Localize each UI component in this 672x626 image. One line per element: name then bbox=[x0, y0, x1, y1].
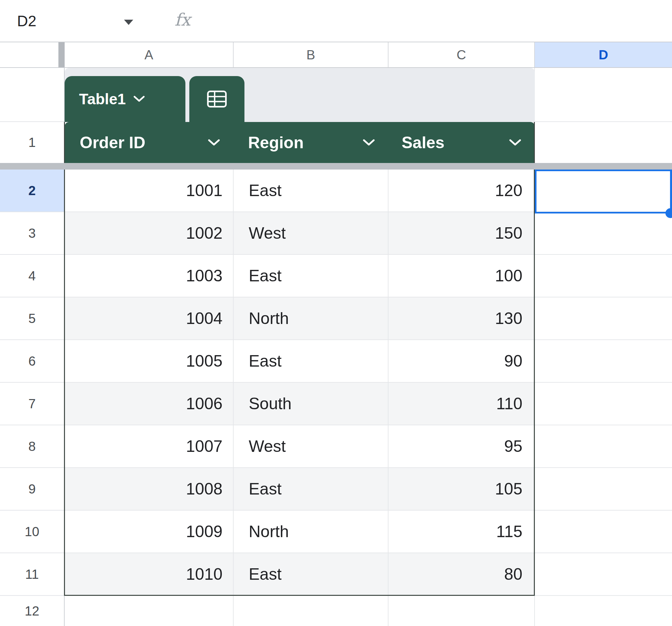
table-row: 1007 West 95 bbox=[65, 425, 535, 468]
cell-B3[interactable]: West bbox=[234, 212, 388, 254]
column-menu-icon[interactable] bbox=[363, 139, 375, 146]
freeze-column-handle[interactable] bbox=[58, 42, 65, 67]
cell-B9[interactable]: East bbox=[234, 468, 388, 510]
column-menu-icon[interactable] bbox=[208, 139, 220, 146]
column-header-c[interactable]: C bbox=[388, 42, 535, 67]
table-name-label: Table1 bbox=[79, 90, 126, 108]
name-box-value: D2 bbox=[17, 12, 37, 30]
table-row: 1008 East 105 bbox=[65, 468, 535, 510]
header-cell-order-id[interactable]: Order ID bbox=[65, 122, 234, 163]
cell-B4[interactable]: East bbox=[234, 255, 388, 297]
table-body: 1001 East 120 1002 West 150 1003 East 10… bbox=[65, 170, 535, 596]
column-header-b[interactable]: B bbox=[234, 42, 388, 67]
cell-A4[interactable]: 1003 bbox=[65, 255, 234, 297]
cell-C11[interactable]: 80 bbox=[388, 553, 535, 595]
row-header-2-selected[interactable]: 2 bbox=[0, 170, 64, 212]
column-label-region: Region bbox=[248, 133, 304, 152]
column-header-strip: A B C D bbox=[0, 42, 672, 68]
select-all-corner[interactable] bbox=[0, 42, 58, 67]
row-header-4[interactable]: 4 bbox=[0, 255, 64, 297]
row-header-12[interactable]: 12 bbox=[0, 596, 64, 626]
table-row: 1002 West 150 bbox=[65, 212, 535, 255]
column-label-order-id: Order ID bbox=[80, 133, 145, 152]
cell-B7[interactable]: South bbox=[234, 383, 388, 425]
column-label-sales: Sales bbox=[402, 133, 445, 152]
cell-C6[interactable]: 90 bbox=[388, 340, 535, 382]
column-header-d-selected[interactable]: D bbox=[535, 42, 672, 67]
table-row: 1003 East 100 bbox=[65, 255, 535, 297]
table-row: 1010 East 80 bbox=[65, 553, 535, 596]
table-view-toggle-button[interactable] bbox=[189, 76, 244, 122]
cell-C7[interactable]: 110 bbox=[388, 383, 535, 425]
table-header-row: Order ID Region Sales bbox=[65, 122, 535, 163]
cell-B6[interactable]: East bbox=[234, 340, 388, 382]
selection-border-bottom bbox=[535, 212, 672, 214]
chevron-down-icon bbox=[134, 96, 145, 102]
cell-B2[interactable]: East bbox=[234, 170, 388, 211]
selection-border-left bbox=[535, 170, 536, 214]
row-header-1[interactable]: 1 bbox=[0, 122, 64, 163]
table-border-left bbox=[64, 122, 65, 596]
selection-border-right bbox=[670, 170, 672, 214]
table-row: 1005 East 90 bbox=[65, 340, 535, 383]
cell-A7[interactable]: 1006 bbox=[65, 383, 234, 425]
name-box-dropdown-icon[interactable] bbox=[124, 20, 133, 25]
cell-C9[interactable]: 105 bbox=[388, 468, 535, 510]
cell-C3[interactable]: 150 bbox=[388, 212, 535, 254]
column-header-a[interactable]: A bbox=[65, 42, 234, 67]
frozen-row-divider[interactable] bbox=[0, 163, 672, 170]
header-cell-sales[interactable]: Sales bbox=[388, 122, 535, 163]
cell-C4[interactable]: 100 bbox=[388, 255, 535, 297]
cell-B8[interactable]: West bbox=[234, 425, 388, 467]
row-header-5[interactable]: 5 bbox=[0, 297, 64, 340]
fill-handle[interactable] bbox=[666, 208, 672, 218]
name-box[interactable]: D2 bbox=[17, 0, 37, 42]
formula-bar[interactable]: D2 fx bbox=[0, 0, 672, 42]
row-header-3[interactable]: 3 bbox=[0, 212, 64, 255]
cell-A3[interactable]: 1002 bbox=[65, 212, 234, 254]
table-row: 1006 South 110 bbox=[65, 383, 535, 425]
table-grid-icon bbox=[206, 88, 228, 110]
header-cell-region[interactable]: Region bbox=[234, 122, 388, 163]
cell-C5[interactable]: 130 bbox=[388, 297, 535, 340]
row-header-10[interactable]: 10 bbox=[0, 510, 64, 553]
cell-C2[interactable]: 120 bbox=[388, 170, 535, 211]
cell-C8[interactable]: 95 bbox=[388, 425, 535, 467]
row-header-9[interactable]: 9 bbox=[0, 468, 64, 510]
cell-A6[interactable]: 1005 bbox=[65, 340, 234, 382]
cell-A2[interactable]: 1001 bbox=[65, 170, 234, 211]
cell-B5[interactable]: North bbox=[234, 297, 388, 340]
cell-C10[interactable]: 115 bbox=[388, 510, 535, 553]
row-header-8[interactable]: 8 bbox=[0, 425, 64, 468]
row-header-11[interactable]: 11 bbox=[0, 553, 64, 596]
cell-A10[interactable]: 1009 bbox=[65, 510, 234, 553]
cell-A8[interactable]: 1007 bbox=[65, 425, 234, 467]
fx-icon: fx bbox=[174, 10, 191, 29]
cell-B10[interactable]: North bbox=[234, 510, 388, 553]
table-name-tab[interactable]: Table1 bbox=[65, 76, 185, 122]
cell-A5[interactable]: 1004 bbox=[65, 297, 234, 340]
table-border-bottom bbox=[64, 595, 535, 596]
selection-border-top bbox=[535, 170, 672, 171]
table-row: 1001 East 120 bbox=[65, 170, 535, 212]
table-row: 1004 North 130 bbox=[65, 297, 535, 340]
row-header-7[interactable]: 7 bbox=[0, 383, 64, 425]
table-row: 1009 North 115 bbox=[65, 510, 535, 553]
row-header-column: 1 2 3 4 5 6 7 8 9 10 11 12 bbox=[0, 68, 65, 626]
column-menu-icon[interactable] bbox=[509, 139, 521, 146]
cell-A9[interactable]: 1008 bbox=[65, 468, 234, 510]
cell-B11[interactable]: East bbox=[234, 553, 388, 595]
row-header-6[interactable]: 6 bbox=[0, 340, 64, 383]
row-header-spacer bbox=[0, 68, 64, 122]
cell-A11[interactable]: 1010 bbox=[65, 553, 234, 595]
